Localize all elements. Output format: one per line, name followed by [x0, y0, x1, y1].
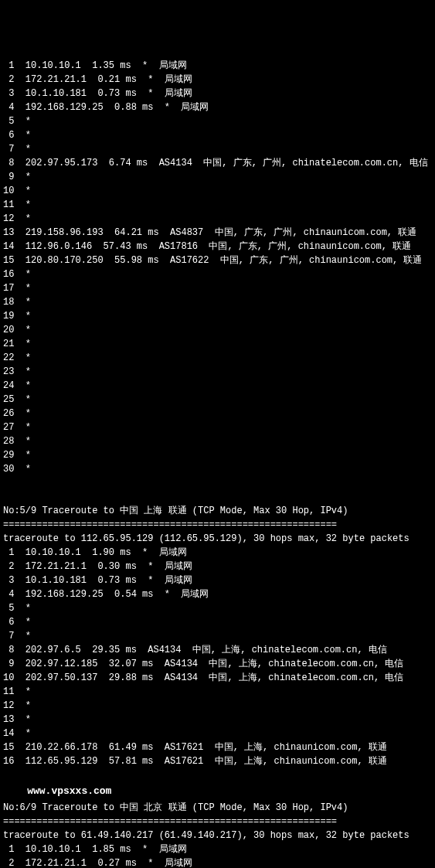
terminal-line: No:5/9 Traceroute to 中国 上海 联通 (TCP Mode,… — [3, 504, 432, 518]
terminal-line: 1 10.10.10.1 1.35 ms * 局域网 — [3, 59, 432, 73]
terminal-line: 10 202.97.50.137 29.88 ms AS4134 中国, 上海,… — [3, 671, 432, 685]
terminal-line: ========================================… — [3, 518, 432, 532]
terminal-line: 24 * — [3, 379, 432, 393]
terminal-line: 6 * — [3, 615, 432, 629]
terminal-line: 7 * — [3, 629, 432, 643]
terminal-line: 13 219.158.96.193 64.21 ms AS4837 中国, 广东… — [3, 226, 432, 240]
terminal-line: traceroute to 112.65.95.129 (112.65.95.1… — [3, 532, 432, 546]
terminal-line: 1 10.10.10.1 1.90 ms * 局域网 — [3, 546, 432, 560]
terminal-line: 7 * — [3, 142, 432, 156]
terminal-line: 5 * — [3, 601, 432, 615]
terminal-line: 26 * — [3, 407, 432, 420]
terminal-line: 22 * — [3, 351, 432, 365]
terminal-line: 16 112.65.95.129 57.81 ms AS17621 中国, 上海… — [3, 754, 432, 768]
terminal-line: 28 * — [3, 434, 432, 448]
terminal-line: 17 * — [3, 281, 432, 295]
terminal-line: 16 * — [3, 267, 432, 281]
terminal-line: 6 * — [3, 128, 432, 142]
terminal-line: 2 172.21.21.1 0.30 ms * 局域网 — [3, 560, 432, 574]
terminal-line: 14 * — [3, 727, 432, 740]
terminal-line: 13 * — [3, 713, 432, 727]
terminal-line: 21 * — [3, 337, 432, 351]
terminal-line: ========================================… — [3, 815, 432, 829]
terminal-line: 12 * — [3, 212, 432, 226]
terminal-line: 5 * — [3, 114, 432, 128]
terminal-line: 9 202.97.12.185 32.07 ms AS4134 中国, 上海, … — [3, 657, 432, 671]
terminal-line — [3, 768, 432, 782]
terminal-line: 18 * — [3, 295, 432, 309]
terminal-line — [3, 490, 432, 504]
terminal-line: 15 120.80.170.250 55.98 ms AS17622 中国, 广… — [3, 254, 432, 267]
terminal-line: 11 * — [3, 685, 432, 699]
terminal-line: 14 112.96.0.146 57.43 ms AS17816 中国, 广东,… — [3, 240, 432, 254]
terminal-line: 8 202.97.6.5 29.35 ms AS4134 中国, 上海, chi… — [3, 643, 432, 657]
terminal-line: 9 * — [3, 170, 432, 184]
terminal-line: 19 * — [3, 309, 432, 323]
terminal-line: 2 172.21.21.1 0.27 ms * 局域网 — [3, 856, 432, 869]
terminal-line: 10 * — [3, 184, 432, 198]
terminal-line: 27 * — [3, 420, 432, 434]
terminal-line: 3 10.1.10.181 0.73 ms * 局域网 — [3, 574, 432, 587]
terminal-line: 30 * — [3, 462, 432, 476]
terminal-line: 20 * — [3, 323, 432, 337]
terminal-line: 25 * — [3, 393, 432, 407]
terminal-line: 1 10.10.10.1 1.85 ms * 局域网 — [3, 842, 432, 856]
terminal-line: 29 * — [3, 448, 432, 462]
terminal-line: 4 192.168.129.25 0.54 ms * 局域网 — [3, 587, 432, 601]
terminal-line — [3, 476, 432, 490]
terminal-line: No:6/9 Traceroute to 中国 北京 联通 (TCP Mode,… — [3, 801, 432, 815]
terminal-line: 12 * — [3, 699, 432, 713]
watermark: www.vpsxxs.com — [3, 782, 432, 801]
terminal-line: traceroute to 61.49.140.217 (61.49.140.2… — [3, 829, 432, 842]
terminal-line: 8 202.97.95.173 6.74 ms AS4134 中国, 广东, 广… — [3, 156, 432, 170]
terminal-line: 2 172.21.21.1 0.21 ms * 局域网 — [3, 73, 432, 87]
terminal-output: 1 10.10.10.1 1.35 ms * 局域网 2 172.21.21.1… — [3, 59, 432, 868]
terminal-line: 23 * — [3, 365, 432, 379]
terminal-line: 3 10.1.10.181 0.73 ms * 局域网 — [3, 87, 432, 100]
terminal-line: 11 * — [3, 198, 432, 212]
terminal-line: 15 210.22.66.178 61.49 ms AS17621 中国, 上海… — [3, 740, 432, 754]
terminal-line: 4 192.168.129.25 0.88 ms * 局域网 — [3, 100, 432, 114]
